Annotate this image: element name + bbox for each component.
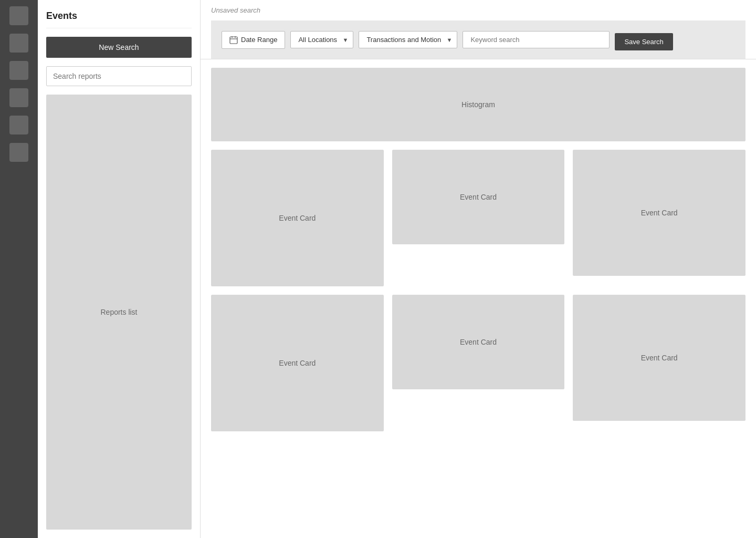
sidebar <box>0 0 38 538</box>
reports-list: Reports list <box>46 95 192 530</box>
unsaved-label: Unsaved search <box>211 6 746 14</box>
filter-row-1: Date Range All Locations ▼ Transactions … <box>222 31 610 49</box>
calendar-icon <box>229 36 238 44</box>
nav-icon-5[interactable] <box>9 116 28 134</box>
content-area: Histogram Event Card Event Card Event Ca… <box>201 59 756 440</box>
histogram-card: Histogram <box>211 68 746 141</box>
date-range-button[interactable]: Date Range <box>222 31 285 49</box>
locations-select[interactable]: All Locations <box>290 31 353 48</box>
nav-icon-1[interactable] <box>9 6 28 25</box>
left-panel: Events New Search Reports list <box>38 0 201 538</box>
event-card-4[interactable]: Event Card <box>211 295 384 431</box>
transactions-select[interactable]: Transactions and Motion <box>359 31 457 48</box>
nav-icon-2[interactable] <box>9 34 28 53</box>
event-card-3[interactable]: Event Card <box>573 150 746 276</box>
event-card-1[interactable]: Event Card <box>211 150 384 286</box>
event-grid-1: Event Card Event Card Event Card <box>211 150 746 286</box>
keyword-search-input[interactable] <box>463 31 610 48</box>
new-search-button[interactable]: New Search <box>46 37 192 58</box>
nav-icon-3[interactable] <box>9 61 28 80</box>
nav-icon-6[interactable] <box>9 143 28 162</box>
locations-dropdown-wrapper: All Locations ▼ <box>290 31 353 48</box>
event-card-6[interactable]: Event Card <box>573 295 746 421</box>
event-card-5[interactable]: Event Card <box>392 295 565 389</box>
main-content: Unsaved search Date Range All <box>201 0 756 538</box>
event-card-2[interactable]: Event Card <box>392 150 565 244</box>
nav-icon-4[interactable] <box>9 88 28 107</box>
save-search-button[interactable]: Save Search <box>615 33 673 50</box>
page-title: Events <box>46 8 192 28</box>
svg-rect-0 <box>230 37 237 44</box>
search-reports-input[interactable] <box>46 66 192 86</box>
event-grid-2: Event Card Event Card Event Card <box>211 295 746 431</box>
transactions-dropdown-wrapper: Transactions and Motion ▼ <box>359 31 457 48</box>
filter-row-2: Save Search <box>615 31 673 50</box>
main-header: Unsaved search Date Range All <box>201 0 756 59</box>
filter-bar: Date Range All Locations ▼ Transactions … <box>211 20 746 59</box>
